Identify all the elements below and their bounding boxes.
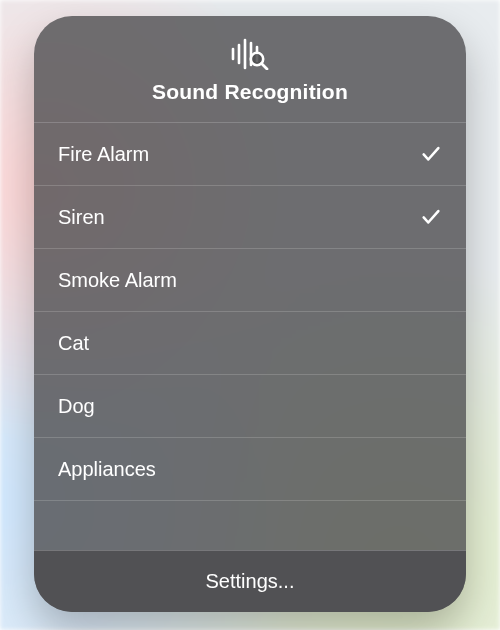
sound-label: Appliances — [58, 458, 156, 481]
sound-row-appliances[interactable]: Appliances — [34, 438, 466, 501]
svg-line-6 — [262, 64, 268, 70]
sound-label: Fire Alarm — [58, 143, 149, 166]
sound-row-smoke-alarm[interactable]: Smoke Alarm — [34, 249, 466, 312]
sound-label: Dog — [58, 395, 95, 418]
settings-label: Settings... — [206, 570, 295, 593]
sound-recognition-panel: Sound Recognition Fire Alarm Siren Smoke… — [34, 16, 466, 612]
sounds-list[interactable]: Fire Alarm Siren Smoke Alarm Cat Dog — [34, 123, 466, 612]
sound-label: Smoke Alarm — [58, 269, 177, 292]
settings-button[interactable]: Settings... — [34, 550, 466, 612]
checkmark-icon — [416, 143, 442, 165]
sound-row-dog[interactable]: Dog — [34, 375, 466, 438]
sound-recognition-icon — [34, 38, 466, 70]
sound-label: Cat — [58, 332, 89, 355]
sound-row-fire-alarm[interactable]: Fire Alarm — [34, 123, 466, 186]
sound-row-siren[interactable]: Siren — [34, 186, 466, 249]
sound-row-cat[interactable]: Cat — [34, 312, 466, 375]
panel-title: Sound Recognition — [34, 80, 466, 104]
checkmark-icon — [416, 206, 442, 228]
panel-header: Sound Recognition — [34, 16, 466, 123]
sound-label: Siren — [58, 206, 105, 229]
